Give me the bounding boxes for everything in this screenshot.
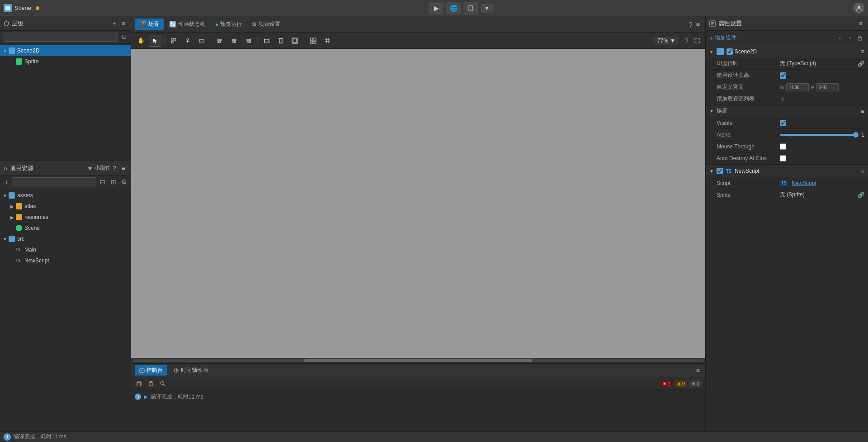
build-dropdown[interactable]: ▼ <box>481 4 493 13</box>
hierarchy-more-button[interactable]: ≡ <box>120 19 127 28</box>
tab-settings[interactable]: ⚙ 项目设置 <box>247 19 285 30</box>
scene-section-menu[interactable]: ≡ <box>861 108 864 115</box>
project-title: ⌂ 项目资源 <box>4 164 85 172</box>
mobile-button[interactable] <box>463 2 478 14</box>
ts-icon-newscript: TS <box>725 168 733 174</box>
tree-item-scene2d[interactable]: ▼ Scene2D <box>0 45 131 56</box>
vp-zoom-dropdown[interactable]: 77% ▼ <box>654 37 679 45</box>
globe-button[interactable]: 🌐 <box>446 2 461 14</box>
lock-button[interactable] <box>855 33 864 43</box>
vp-align-tl[interactable] <box>167 35 180 47</box>
hierarchy-toolbar: ⧉ <box>0 31 131 43</box>
tab-timeline[interactable]: 时间轴动画 <box>169 365 212 375</box>
wh-h-input[interactable] <box>816 83 839 91</box>
props-more-button[interactable]: ≡ <box>857 19 864 28</box>
arrow-src[interactable]: ▼ <box>2 236 8 242</box>
prop-preload-add[interactable]: + <box>780 95 786 103</box>
badge-error[interactable]: ✕ 1 <box>660 380 673 387</box>
console-more-button[interactable]: ≡ <box>694 366 702 375</box>
tree-item-scene-file[interactable]: Scene <box>0 223 131 233</box>
vp-grid1[interactable] <box>307 35 320 47</box>
nav-next[interactable]: › <box>845 33 854 43</box>
vp-align-right[interactable] <box>242 35 255 47</box>
vp-hand-tool[interactable]: ✋ <box>135 35 147 47</box>
vp-rect[interactable] <box>195 35 208 47</box>
comp-menu-newscript[interactable]: ≡ <box>861 167 864 175</box>
project-help-button[interactable]: ? <box>111 164 118 173</box>
viewport-scrollbar-h[interactable] <box>131 358 705 363</box>
user-avatar[interactable] <box>854 3 864 14</box>
prop-sprite-link[interactable]: 🔗 <box>858 192 864 198</box>
tree-arrow-scene2d[interactable]: ▼ <box>2 48 8 54</box>
console-paste-btn[interactable] <box>146 380 156 387</box>
comp-header-newscript[interactable]: ▼ TS NewScript ≡ <box>706 165 868 177</box>
vp-align-left[interactable] <box>214 35 226 47</box>
vp-anchor[interactable] <box>181 35 194 47</box>
tab-anim[interactable]: 🔄 动画状态机 <box>165 19 210 30</box>
add-component-row: + 增加组件 ‹ › <box>706 31 868 45</box>
tab-scene[interactable]: 🎬 场景 <box>135 19 164 30</box>
nav-prev[interactable]: ‹ <box>835 33 844 43</box>
tab-console[interactable]: 控制台 <box>135 365 167 375</box>
prop-script-link[interactable]: NewScript <box>792 180 816 186</box>
arrow-atlas[interactable]: ▶ <box>9 203 15 209</box>
svg-rect-13 <box>218 41 221 43</box>
tree-item-src[interactable]: ▼ src <box>0 233 131 244</box>
viewport-canvas[interactable] <box>131 49 705 358</box>
vp-fit-w[interactable] <box>260 35 273 47</box>
play-button[interactable]: ▶ <box>429 2 443 14</box>
comp-menu-scene2d[interactable]: ≡ <box>861 48 864 55</box>
tab-preview[interactable]: ● 预览运行 <box>211 19 246 30</box>
console-search-btn[interactable] <box>158 380 167 387</box>
hierarchy-search-input[interactable] <box>3 33 118 42</box>
svg-rect-48 <box>149 382 153 386</box>
add-component-button[interactable]: + 增加组件 <box>709 34 736 42</box>
hierarchy-actions: + ≡ <box>111 19 127 28</box>
tree-item-newscript[interactable]: TS NewScript <box>0 255 131 266</box>
tree-label-sprite: Sprite <box>24 58 38 65</box>
vp-help-btn[interactable]: ? <box>682 36 691 45</box>
prop-visible-checkbox[interactable] <box>780 120 786 126</box>
vp-fit-both[interactable] <box>288 35 301 47</box>
project-add-button[interactable]: + <box>3 177 10 186</box>
comp-enabled-newscript[interactable] <box>717 168 723 174</box>
tree-item-assets[interactable]: ▼ assets <box>0 190 131 201</box>
arrow-resources[interactable]: ▶ <box>9 214 15 220</box>
tab-timeline-label: 时间轴动画 <box>181 366 208 374</box>
tree-item-atlas[interactable]: ▶ atlas <box>0 201 131 212</box>
comp-enabled-scene2d[interactable] <box>726 48 733 55</box>
console-copy-btn[interactable] <box>135 380 144 387</box>
prop-ui-runtime-link[interactable]: 🔗 <box>858 61 864 67</box>
vp-grid2[interactable] <box>321 35 334 47</box>
prop-mouse-through-checkbox[interactable] <box>780 143 786 150</box>
status-bar: ℹ 编译完成，耗时11 ms <box>0 431 868 442</box>
project-search-input[interactable] <box>12 177 96 186</box>
tree-item-resources[interactable]: ▶ resources <box>0 212 131 223</box>
vp-align-center[interactable] <box>228 35 241 47</box>
project-copy-button[interactable]: ⧉ <box>120 177 128 186</box>
badge-warn[interactable]: ! 0 <box>675 380 687 387</box>
project-grid-button[interactable]: ⊞ <box>109 177 118 186</box>
icon-main: TS <box>15 246 23 253</box>
comp-header-scene2d[interactable]: ▼ Scene2D ≡ <box>706 45 868 58</box>
scene-more-button[interactable]: ≡ <box>694 20 702 29</box>
scene-section-header[interactable]: ▼ 场景 ≡ <box>706 105 868 117</box>
vp-fit-h[interactable] <box>274 35 287 47</box>
project-more-button[interactable]: ≡ <box>120 164 127 173</box>
tree-item-main[interactable]: TS Main <box>0 244 131 255</box>
prop-auto-destroy-checkbox[interactable] <box>780 155 786 162</box>
hierarchy-add-button[interactable]: + <box>111 19 118 28</box>
hierarchy-copy-button[interactable]: ⧉ <box>120 32 128 42</box>
project-filter-button[interactable]: ⊟ <box>98 177 107 186</box>
tree-item-sprite[interactable]: Sprite <box>0 56 131 67</box>
badge-log[interactable]: ✕ 0 <box>689 380 702 387</box>
prop-alpha-slider[interactable] <box>780 134 859 136</box>
scene-help-button[interactable]: ? <box>687 20 694 29</box>
vp-compress-btn[interactable] <box>693 36 702 45</box>
prop-design-size-checkbox[interactable] <box>780 72 786 79</box>
vp-select-tool[interactable] <box>149 35 161 47</box>
nav-arrows: ‹ › <box>835 33 864 43</box>
comp-arrow-newscript: ▼ <box>709 169 714 174</box>
wh-w-input[interactable] <box>786 83 809 91</box>
arrow-assets[interactable]: ▼ <box>2 192 8 199</box>
